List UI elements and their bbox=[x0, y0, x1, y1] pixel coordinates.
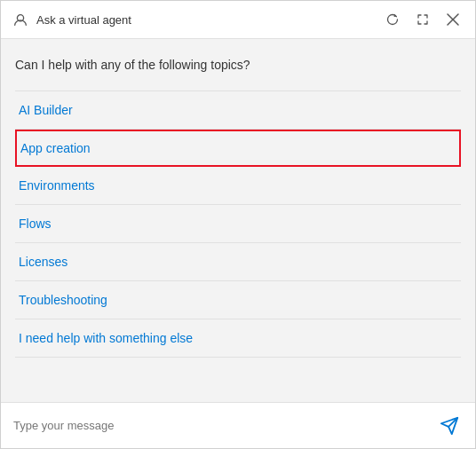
virtual-agent-window: Ask a virtual agent Can I bbox=[0, 0, 476, 449]
topic-link-troubleshooting[interactable]: Troubleshooting bbox=[19, 293, 107, 307]
expand-button[interactable] bbox=[411, 8, 434, 31]
topic-item-environments[interactable]: Environments bbox=[15, 167, 461, 205]
message-input[interactable] bbox=[13, 419, 436, 432]
topic-item-app-creation[interactable]: App creation bbox=[15, 130, 461, 167]
topic-link-app-creation[interactable]: App creation bbox=[20, 141, 91, 155]
topic-link-ai-builder[interactable]: AI Builder bbox=[19, 103, 73, 117]
refresh-button[interactable] bbox=[381, 8, 404, 31]
topic-link-flows[interactable]: Flows bbox=[19, 217, 52, 231]
topic-link-environments[interactable]: Environments bbox=[19, 178, 95, 193]
input-area bbox=[1, 402, 475, 448]
window-title: Ask a virtual agent bbox=[36, 13, 381, 27]
topic-link-licenses[interactable]: Licenses bbox=[19, 255, 67, 269]
agent-icon bbox=[12, 11, 29, 28]
topic-item-troubleshooting[interactable]: Troubleshooting bbox=[15, 281, 461, 319]
topic-link-something-else[interactable]: I need help with something else bbox=[19, 331, 193, 345]
topic-item-licenses[interactable]: Licenses bbox=[15, 243, 461, 281]
window-controls bbox=[381, 8, 464, 31]
title-bar: Ask a virtual agent bbox=[1, 1, 475, 39]
question-text: Can I help with any of the following top… bbox=[15, 57, 461, 75]
topic-item-flows[interactable]: Flows bbox=[15, 205, 461, 243]
close-button[interactable] bbox=[441, 8, 464, 31]
send-button[interactable] bbox=[436, 413, 463, 439]
chat-area: Can I help with any of the following top… bbox=[1, 39, 475, 402]
topic-list: AI Builder App creation Environments Flo… bbox=[15, 91, 461, 358]
topic-item-something-else[interactable]: I need help with something else bbox=[15, 319, 461, 358]
topic-item-ai-builder[interactable]: AI Builder bbox=[15, 91, 461, 130]
